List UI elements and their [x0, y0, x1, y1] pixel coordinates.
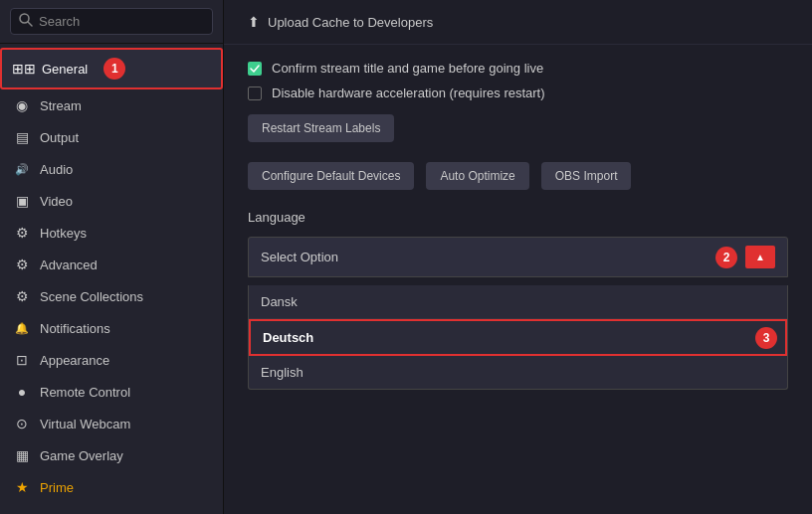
annotation-1: 1: [103, 58, 125, 80]
language-dropdown-header[interactable]: Select Option 2: [248, 237, 788, 277]
sidebar-item-output[interactable]: ▤ Output: [0, 121, 223, 153]
video-icon: ▣: [14, 193, 30, 209]
sidebar-item-label: Game Overlay: [40, 448, 123, 463]
sidebar-item-stream[interactable]: ◉ Stream: [0, 89, 223, 121]
obs-import-button[interactable]: OBS Import: [541, 162, 632, 190]
auto-optimize-button[interactable]: Auto Optimize: [426, 162, 528, 190]
restart-stream-labels-button[interactable]: Restart Stream Labels: [248, 114, 394, 142]
sidebar-item-game-overlay[interactable]: ▦ Game Overlay: [0, 439, 223, 471]
language-option-dansk[interactable]: Dansk: [249, 285, 787, 319]
sidebar-item-advanced[interactable]: ⚙ Advanced: [0, 249, 223, 280]
language-option-deutsch[interactable]: Deutsch 3: [249, 319, 787, 356]
main-content: ⬆ Upload Cache to Developers Confirm str…: [224, 0, 812, 514]
scene-icon: ⚙: [14, 288, 30, 304]
device-buttons-section: Configure Default Devices Auto Optimize …: [248, 162, 788, 190]
sidebar-item-audio[interactable]: 🔊 Audio: [0, 153, 223, 185]
sidebar-item-video[interactable]: ▣ Video: [0, 185, 223, 217]
hardware-acceleration-row: Disable hardware acceleration (requires …: [248, 86, 788, 100]
language-section: Language Select Option 2 Dansk Deutsch 3: [248, 210, 788, 390]
overlay-icon: ▦: [14, 447, 30, 463]
sidebar-item-label: Hotkeys: [40, 226, 87, 241]
remote-icon: ●: [14, 384, 30, 400]
prime-icon: ★: [14, 479, 30, 495]
sidebar-item-notifications[interactable]: 🔔 Notifications: [0, 312, 223, 344]
main-header: ⬆ Upload Cache to Developers: [224, 0, 812, 45]
confirm-stream-row: Confirm stream title and game before goi…: [248, 61, 788, 76]
dropdown-selected-value: Select Option: [261, 250, 338, 264]
sidebar: ⊞ General 1 ◉ Stream ▤ Output 🔊 Audio ▣ …: [0, 0, 224, 514]
sidebar-item-label: Output: [40, 130, 79, 145]
sidebar-item-prime[interactable]: ★ Prime: [0, 471, 223, 503]
upload-cache-title: Upload Cache to Developers: [268, 15, 433, 30]
sidebar-item-label: Appearance: [40, 353, 109, 368]
main-body: Confirm stream title and game before goi…: [224, 45, 812, 514]
sidebar-navigation: ⊞ General 1 ◉ Stream ▤ Output 🔊 Audio ▣ …: [0, 44, 223, 514]
sidebar-item-label: Scene Collections: [40, 289, 143, 304]
hardware-acceleration-checkbox[interactable]: [248, 86, 262, 100]
search-input-wrapper[interactable]: [10, 8, 213, 35]
svg-line-1: [28, 22, 32, 26]
sidebar-item-label: Audio: [40, 162, 73, 177]
language-dropdown-list: Dansk Deutsch 3 English: [248, 285, 788, 390]
annotation-3: 3: [755, 327, 777, 349]
language-label: Language: [248, 210, 788, 225]
appearance-icon: ⊡: [14, 352, 30, 368]
stream-icon: ◉: [14, 97, 30, 113]
sidebar-item-label: Prime: [40, 480, 74, 495]
advanced-icon: ⚙: [14, 257, 30, 272]
notif-icon: 🔔: [14, 320, 30, 336]
language-option-english[interactable]: English: [249, 356, 787, 389]
sidebar-item-label: Stream: [40, 98, 82, 113]
sidebar-item-virtual-webcam[interactable]: ⊙ Virtual Webcam: [0, 408, 223, 439]
audio-icon: 🔊: [14, 161, 30, 177]
sidebar-item-label: Advanced: [40, 257, 98, 272]
sidebar-item-remote-control[interactable]: ● Remote Control: [0, 376, 223, 408]
sidebar-item-label: Remote Control: [40, 385, 130, 400]
confirm-stream-checkbox[interactable]: [248, 62, 262, 76]
search-input[interactable]: [39, 14, 204, 29]
annotation-2: 2: [715, 247, 737, 268]
hardware-acceleration-label: Disable hardware acceleration (requires …: [272, 86, 545, 100]
search-icon: [19, 13, 33, 30]
webcam-icon: ⊙: [14, 416, 30, 431]
sidebar-item-general[interactable]: ⊞ General 1: [0, 48, 223, 89]
sidebar-item-hotkeys[interactable]: ⚙ Hotkeys: [0, 217, 223, 249]
upload-icon: ⬆: [248, 14, 260, 30]
search-box: [0, 0, 223, 44]
sidebar-item-label: Virtual Webcam: [40, 417, 130, 431]
hotkeys-icon: ⚙: [14, 225, 30, 241]
dropdown-arrow-button[interactable]: [745, 246, 775, 268]
confirm-stream-label: Confirm stream title and game before goi…: [272, 61, 543, 76]
sidebar-item-label: Notifications: [40, 321, 110, 336]
sidebar-item-label: Video: [40, 194, 73, 209]
sidebar-item-appearance[interactable]: ⊡ Appearance: [0, 344, 223, 376]
sidebar-item-scene-collections[interactable]: ⚙ Scene Collections: [0, 280, 223, 312]
sidebar-item-label: General: [42, 62, 88, 77]
configure-default-devices-button[interactable]: Configure Default Devices: [248, 162, 414, 190]
grid-icon: ⊞: [16, 61, 32, 77]
output-icon: ▤: [14, 129, 30, 145]
checkbox-section: Confirm stream title and game before goi…: [248, 61, 788, 142]
